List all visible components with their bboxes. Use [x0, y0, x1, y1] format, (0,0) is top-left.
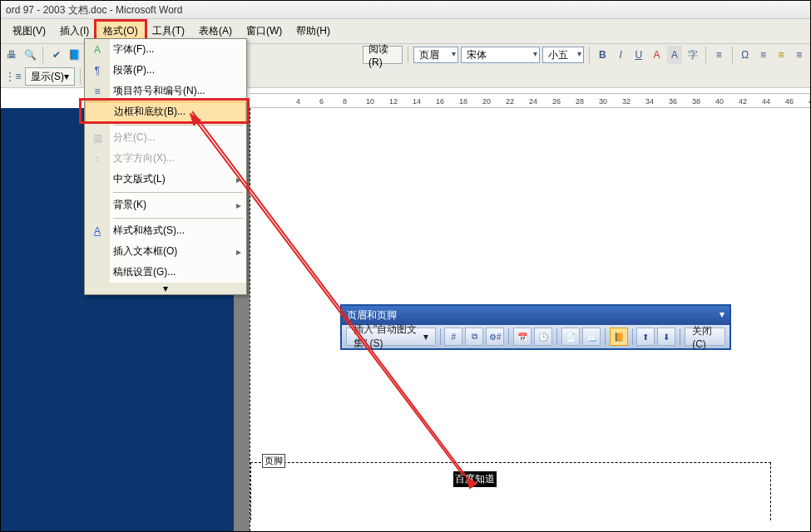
format-page-number-icon[interactable]: ⚙#: [486, 328, 504, 346]
font-icon: A: [89, 44, 106, 56]
ruler-tick: 38: [692, 97, 700, 106]
styles-icon: A: [89, 225, 106, 237]
ruler-tick: 18: [459, 97, 467, 106]
ruler-tick: 28: [576, 97, 584, 106]
ruler-tick: 16: [436, 97, 444, 106]
insert-page-count-icon[interactable]: ⧉: [465, 328, 483, 346]
italic-icon[interactable]: I: [613, 46, 629, 64]
page-setup-icon[interactable]: 📄: [561, 328, 580, 346]
horizontal-ruler: 4681012141618202224262830323436384042444…: [250, 93, 810, 108]
menuitem-columns: ▥分栏(C)...: [85, 127, 246, 148]
header-footer-title: 页眉和页脚: [347, 308, 397, 323]
menu-help[interactable]: 帮助(H): [289, 22, 337, 41]
window-title: ord 97 - 2003 文档.doc - Microsoft Word: [1, 1, 810, 19]
insert-page-number-icon[interactable]: #: [444, 328, 462, 346]
ruler-tick: 10: [366, 97, 374, 106]
underline-icon[interactable]: U: [631, 46, 646, 64]
footer-edit-region[interactable]: 页脚 百度知道: [250, 462, 771, 520]
menuitem-borders-shading[interactable]: 边框和底纹(B)...: [85, 101, 246, 122]
font-combo[interactable]: 宋体: [461, 47, 541, 63]
align-justify-icon[interactable]: ≡: [711, 46, 727, 64]
read-button[interactable]: 阅读(R): [363, 46, 403, 64]
ruler-tick: 36: [669, 97, 677, 106]
ruler-tick: 8: [343, 97, 347, 106]
display-button[interactable]: 显示(S) ▾: [25, 67, 75, 86]
style-combo[interactable]: 页眉: [413, 47, 458, 63]
prev-section-icon[interactable]: ⬆: [636, 328, 655, 346]
list-icon[interactable]: ⋮≡: [4, 67, 22, 86]
ruler-tick: 30: [599, 97, 607, 106]
ruler-tick: 34: [645, 97, 654, 106]
menuitem-font[interactable]: A字体(F)...: [85, 39, 246, 60]
paragraph-icon: ¶: [89, 65, 106, 76]
ruler-tick: 24: [529, 97, 537, 106]
font-outline-icon[interactable]: A: [649, 46, 665, 64]
print-preview-icon[interactable]: 🔍: [22, 46, 38, 64]
insert-time-icon[interactable]: 🕒: [534, 328, 552, 346]
show-hide-doc-icon[interactable]: 📃: [582, 328, 601, 346]
textdir-icon: ↕: [89, 153, 106, 165]
menu-view[interactable]: 视图(V): [6, 22, 52, 41]
fontsize-combo[interactable]: 小五: [542, 47, 584, 63]
insert-autotext-button[interactable]: 插入"自动图文集" (S) ▾: [346, 328, 436, 346]
footer-label: 页脚: [262, 454, 285, 468]
format-dropdown: A字体(F)... ¶段落(P)... ≡项目符号和编号(N)... 边框和底纹…: [84, 38, 247, 295]
menuitem-textdir: ↕文字方向(X)...: [85, 148, 246, 169]
ruler-tick: 6: [319, 97, 324, 106]
ruler-tick: 48: [809, 97, 810, 106]
align-left-icon[interactable]: ≡: [755, 46, 771, 64]
switch-section-icon[interactable]: 📙: [610, 328, 628, 346]
char-border-icon[interactable]: 字: [685, 46, 700, 64]
align-right-icon[interactable]: ≡: [791, 46, 807, 64]
menuitem-cjk[interactable]: 中文版式(L)▸: [85, 169, 246, 190]
insert-date-icon[interactable]: 📅: [513, 328, 532, 346]
footer-selected-text[interactable]: 百度知道: [453, 471, 497, 487]
menuitem-insert-textbox[interactable]: 插入文本框(O)▸: [85, 241, 246, 262]
menuitem-bullets[interactable]: ≡项目符号和编号(N)...: [85, 81, 246, 101]
ruler-tick: 40: [715, 97, 724, 106]
close-header-footer-button[interactable]: 关闭(C): [685, 328, 725, 346]
spellcheck-icon[interactable]: ✔: [48, 46, 64, 64]
next-section-icon[interactable]: ⬇: [657, 328, 675, 346]
menuitem-manuscript[interactable]: 稿纸设置(G)...: [85, 262, 246, 283]
ruler-tick: 44: [762, 97, 770, 106]
columns-icon: ▥: [89, 132, 106, 144]
ruler-tick: 46: [785, 97, 794, 106]
align-center-icon[interactable]: ≡: [774, 46, 789, 64]
print-icon[interactable]: 🖶: [4, 46, 20, 64]
ruler-tick: 22: [506, 97, 514, 106]
bullets-icon: ≡: [89, 86, 106, 97]
ruler-tick: 42: [739, 97, 747, 106]
omega-icon[interactable]: Ω: [737, 46, 753, 64]
menuitem-styles[interactable]: A样式和格式(S)...: [85, 220, 246, 241]
ruler-tick: 4: [296, 97, 300, 106]
ruler-tick: 20: [482, 97, 491, 106]
research-icon[interactable]: 📘: [67, 46, 82, 64]
ruler-tick: 12: [389, 97, 398, 106]
font-shadow-icon[interactable]: A: [667, 46, 683, 64]
ruler-tick: 32: [622, 97, 631, 106]
ruler-tick: 14: [413, 97, 421, 106]
ruler-tick: 26: [552, 97, 561, 106]
bold-icon[interactable]: B: [595, 46, 611, 64]
header-footer-toolbar: 页眉和页脚 ▾ 插入"自动图文集" (S) ▾ # ⧉ ⚙# 📅 🕒 📄 📃 📙…: [340, 304, 731, 350]
menuitem-paragraph[interactable]: ¶段落(P)...: [85, 60, 246, 81]
menuitem-background[interactable]: 背景(K)▸: [85, 195, 246, 215]
header-footer-dropdown-icon[interactable]: ▾: [720, 308, 724, 323]
